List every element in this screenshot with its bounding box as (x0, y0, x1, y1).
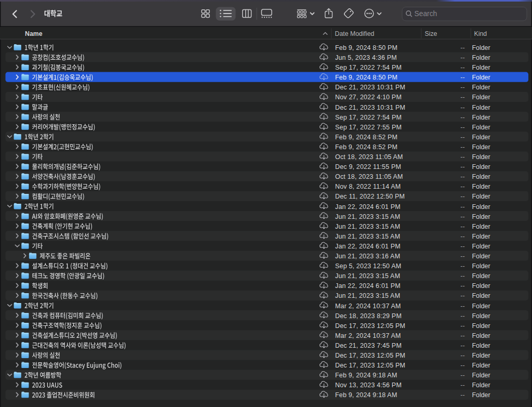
svg-text:Folder: Folder (472, 332, 490, 339)
svg-text:--: -- (460, 372, 464, 379)
svg-text:Jun 21, 2023 3:15 AM: Jun 21, 2023 3:15 AM (335, 223, 400, 230)
svg-text:Folder: Folder (472, 253, 490, 260)
svg-text:Sep 17, 2022 7:54 PM: Sep 17, 2022 7:54 PM (335, 114, 402, 121)
svg-text:Mar 2, 2024 10:37 AM: Mar 2, 2024 10:37 AM (335, 303, 401, 310)
svg-text:Folder: Folder (472, 272, 490, 280)
svg-text:Size: Size (425, 30, 437, 37)
svg-text:--: -- (460, 143, 464, 151)
svg-text:Folder: Folder (472, 223, 490, 230)
svg-text:--: -- (460, 322, 464, 330)
svg-text:Search: Search (415, 10, 437, 18)
svg-text:--: -- (460, 292, 464, 299)
svg-text:Folder: Folder (472, 312, 490, 320)
svg-text:Feb 9, 2024 9:18 AM: Feb 9, 2024 9:18 AM (335, 372, 397, 379)
svg-text:Feb 9, 2024 8:52 PM: Feb 9, 2024 8:52 PM (335, 134, 397, 141)
svg-text:Jan 22, 2024 6:01 PM: Jan 22, 2024 6:01 PM (335, 203, 401, 211)
svg-text:Jan 22, 2024 6:01 PM: Jan 22, 2024 6:01 PM (335, 243, 401, 250)
svg-text:--: -- (460, 233, 464, 240)
svg-text:--: -- (460, 173, 464, 180)
svg-text:Folder: Folder (472, 114, 490, 121)
svg-text:--: -- (460, 203, 464, 211)
svg-text:Jun 21, 2023 3:16 AM: Jun 21, 2023 3:16 AM (335, 253, 400, 260)
svg-text:--: -- (460, 382, 464, 389)
svg-text:Folder: Folder (472, 153, 490, 161)
svg-text:Jun 21, 2023 3:15 AM: Jun 21, 2023 3:15 AM (335, 213, 400, 220)
svg-text:Folder: Folder (472, 382, 490, 389)
svg-text:Folder: Folder (472, 94, 490, 101)
svg-text:Folder: Folder (472, 203, 490, 211)
svg-text:Oct 18, 2023 11:05 AM: Oct 18, 2023 11:05 AM (335, 173, 403, 180)
svg-text:--: -- (460, 262, 464, 270)
svg-text:--: -- (460, 114, 464, 121)
svg-text:--: -- (460, 243, 464, 250)
svg-text:Folder: Folder (472, 84, 490, 91)
svg-text:Folder: Folder (472, 352, 490, 359)
svg-text:--: -- (460, 391, 464, 399)
svg-text:--: -- (460, 253, 464, 260)
svg-text:Sep 5, 2023 12:50 AM: Sep 5, 2023 12:50 AM (335, 262, 401, 270)
svg-text:--: -- (460, 342, 464, 349)
svg-text:--: -- (460, 124, 464, 131)
svg-text:Folder: Folder (472, 143, 490, 151)
svg-text:Folder: Folder (472, 173, 490, 180)
svg-text:Nov 8, 2022 11:14 AM: Nov 8, 2022 11:14 AM (335, 183, 401, 190)
svg-text:--: -- (460, 303, 464, 310)
svg-text:--: -- (460, 134, 464, 141)
svg-text:Dec 21, 2023 10:31 PM: Dec 21, 2023 10:31 PM (335, 104, 405, 111)
svg-text:Feb 9, 2024 8:50 PM: Feb 9, 2024 8:50 PM (335, 74, 397, 81)
svg-text:--: -- (460, 183, 464, 190)
svg-text:Jun 5, 2023 4:36 PM: Jun 5, 2023 4:36 PM (335, 54, 397, 61)
svg-text:Folder: Folder (472, 233, 490, 240)
svg-text:--: -- (460, 193, 464, 200)
svg-text:Folder: Folder (472, 372, 490, 379)
svg-text:--: -- (460, 54, 464, 61)
svg-text:--: -- (460, 74, 464, 81)
svg-text:--: -- (460, 213, 464, 220)
svg-text:Folder: Folder (472, 54, 490, 61)
svg-text:Dec 21, 2023 10:31 PM: Dec 21, 2023 10:31 PM (335, 84, 405, 91)
svg-text:Nov 27, 2022 4:10 PM: Nov 27, 2022 4:10 PM (335, 94, 402, 101)
svg-text:Folder: Folder (472, 243, 490, 250)
svg-text:Dec 9, 2022 11:55 PM: Dec 9, 2022 11:55 PM (335, 163, 401, 170)
svg-text:Folder: Folder (472, 193, 490, 200)
svg-text:Folder: Folder (472, 44, 490, 51)
svg-text:--: -- (460, 163, 464, 170)
svg-text:--: -- (460, 153, 464, 161)
svg-text:Dec 17, 2023 12:05 PM: Dec 17, 2023 12:05 PM (335, 362, 405, 369)
svg-text:Oct 18, 2023 11:05 AM: Oct 18, 2023 11:05 AM (335, 153, 403, 161)
svg-text:Folder: Folder (472, 134, 490, 141)
svg-text:--: -- (460, 272, 464, 280)
svg-text:Folder: Folder (472, 362, 490, 369)
svg-text:Folder: Folder (472, 303, 490, 310)
svg-text:Folder: Folder (472, 64, 490, 71)
svg-text:Dec 11, 2022 12:50 PM: Dec 11, 2022 12:50 PM (335, 193, 405, 200)
svg-text:Jun 21, 2023 3:15 AM: Jun 21, 2023 3:15 AM (335, 292, 400, 299)
svg-text:Dec 21, 2023 7:45 PM: Dec 21, 2023 7:45 PM (335, 342, 402, 349)
svg-text:Folder: Folder (472, 292, 490, 299)
svg-text:Sep 17, 2022 7:55 PM: Sep 17, 2022 7:55 PM (335, 124, 402, 131)
svg-text:--: -- (460, 332, 464, 339)
svg-text:--: -- (460, 94, 464, 101)
svg-text:Date Modified: Date Modified (335, 30, 375, 37)
svg-text:--: -- (460, 104, 464, 111)
svg-text:Dec 17, 2023 12:05 PM: Dec 17, 2023 12:05 PM (335, 352, 405, 359)
svg-text:Sep 17, 2022 7:54 PM: Sep 17, 2022 7:54 PM (335, 64, 402, 71)
svg-text:Jun 21, 2023 3:15 AM: Jun 21, 2023 3:15 AM (335, 272, 400, 280)
svg-text:--: -- (460, 84, 464, 91)
svg-text:Feb 9, 2024 9:18 AM: Feb 9, 2024 9:18 AM (335, 391, 397, 399)
svg-text:Feb 9, 2024 8:50 PM: Feb 9, 2024 8:50 PM (335, 44, 397, 51)
svg-text:Folder: Folder (472, 183, 490, 190)
svg-text:Dec 17, 2023 12:05 PM: Dec 17, 2023 12:05 PM (335, 322, 405, 330)
svg-text:--: -- (460, 44, 464, 51)
svg-text:Folder: Folder (472, 391, 490, 399)
svg-text:Folder: Folder (472, 342, 490, 349)
svg-text:Folder: Folder (472, 74, 490, 81)
svg-text:--: -- (460, 362, 464, 369)
svg-text:Jun 21, 2023 3:15 AM: Jun 21, 2023 3:15 AM (335, 233, 400, 240)
svg-text:--: -- (460, 223, 464, 230)
svg-text:Name: Name (25, 30, 43, 37)
svg-text:Folder: Folder (472, 322, 490, 330)
svg-text:Dec 18, 2023 8:29 PM: Dec 18, 2023 8:29 PM (335, 312, 402, 320)
svg-text:Folder: Folder (472, 163, 490, 170)
svg-text:Jan 22, 2024 6:01 PM: Jan 22, 2024 6:01 PM (335, 282, 401, 290)
